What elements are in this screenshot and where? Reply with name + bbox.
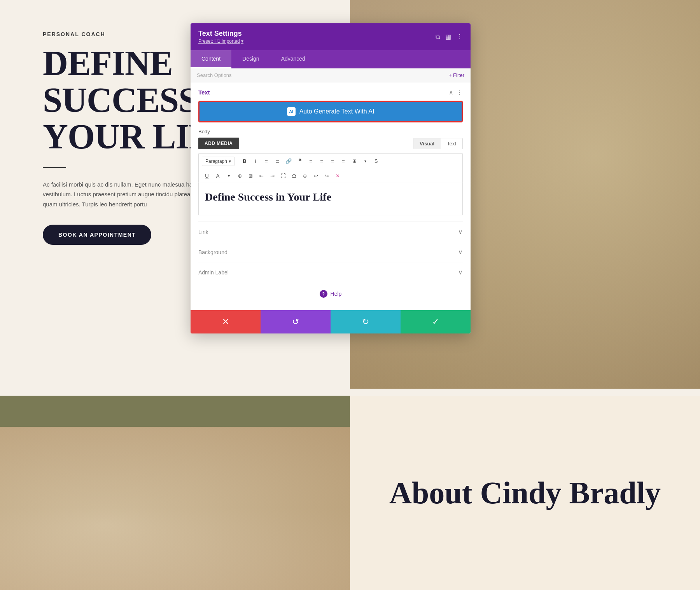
layout-icon[interactable]: ▦ bbox=[445, 33, 451, 40]
search-placeholder[interactable]: Search Options bbox=[197, 72, 232, 78]
redo-button[interactable]: ↪ bbox=[322, 171, 332, 180]
bottom-right-cream: About Cindy Bradly bbox=[350, 396, 700, 590]
text-section-dots[interactable]: ⋮ bbox=[457, 89, 463, 96]
panel-action-bar: ✕ ↺ ↻ ✓ bbox=[191, 310, 471, 333]
confirm-icon: ✓ bbox=[432, 317, 439, 327]
bold-button[interactable]: B bbox=[240, 157, 250, 166]
more-options-icon[interactable]: ⋮ bbox=[457, 33, 463, 40]
panel-header-right: ⧉ ▦ ⋮ bbox=[436, 33, 463, 40]
undo-action-button[interactable]: ↺ bbox=[261, 310, 331, 333]
editor-content[interactable]: Define Success in Your Life bbox=[198, 183, 463, 215]
link-section-title: Link bbox=[198, 229, 208, 235]
text-section-title: Text bbox=[198, 89, 210, 96]
emoji-button[interactable]: ☺ bbox=[300, 171, 310, 180]
ai-icon: AI bbox=[287, 107, 296, 116]
cancel-icon: ✕ bbox=[222, 317, 229, 327]
confirm-button[interactable]: ✓ bbox=[401, 310, 471, 333]
add-media-button[interactable]: ADD MEDIA bbox=[198, 138, 239, 149]
background-chevron: ∨ bbox=[458, 248, 463, 256]
paragraph-chevron: ▾ bbox=[229, 159, 231, 164]
help-icon: ? bbox=[320, 290, 327, 298]
visual-toggle[interactable]: Visual bbox=[413, 138, 441, 149]
text-section-chevron[interactable]: ∧ bbox=[449, 89, 453, 96]
book-appointment-button[interactable]: BOOK AN APPOINTMENT bbox=[43, 225, 151, 245]
panel-header-left: Text Settings Preset: H1 imported ▾ bbox=[198, 30, 243, 44]
panel-body: Text ∧ ⋮ AI Auto Generate Text With AI B… bbox=[191, 82, 471, 310]
underline-button[interactable]: U bbox=[202, 171, 212, 180]
indent-less-button[interactable]: ⇤ bbox=[256, 171, 266, 180]
bottom-left-image bbox=[0, 427, 350, 590]
strikethrough-button[interactable]: S bbox=[371, 157, 381, 166]
justify-button[interactable]: ≡ bbox=[338, 157, 348, 166]
panel-title: Text Settings bbox=[198, 30, 243, 38]
indent-more-button[interactable]: ⇥ bbox=[267, 171, 277, 180]
toolbar-row-2: U A ▾ ⊕ ⊠ ⇤ ⇥ ⛶ Ω ☺ ↩ ↪ ✕ bbox=[199, 169, 462, 183]
ai-generate-label: Auto Generate Text With AI bbox=[299, 108, 374, 115]
text-color-chevron[interactable]: ▾ bbox=[224, 172, 234, 180]
clear-format-button[interactable]: ⊠ bbox=[245, 171, 256, 180]
toolbar-row-1: Paragraph ▾ B I ≡ ≣ 🔗 ❝ ≡ ≡ ≡ ≡ ⊞ ▾ S bbox=[199, 154, 462, 169]
text-settings-panel: Text Settings Preset: H1 imported ▾ ⧉ ▦ … bbox=[191, 23, 471, 333]
table-chevron[interactable]: ▾ bbox=[360, 157, 370, 165]
paragraph-label: Paragraph bbox=[205, 159, 227, 164]
ol-button[interactable]: ≣ bbox=[272, 157, 282, 166]
panel-preset[interactable]: Preset: H1 imported ▾ bbox=[198, 38, 243, 44]
admin-label-section-header[interactable]: Admin Label ∨ bbox=[198, 269, 463, 276]
panel-search-bar: Search Options + Filter bbox=[191, 68, 471, 82]
table-button[interactable]: ⊞ bbox=[349, 157, 359, 166]
background-section-title: Background bbox=[198, 249, 228, 255]
editor-toolbar: Paragraph ▾ B I ≡ ≣ 🔗 ❝ ≡ ≡ ≡ ≡ ⊞ ▾ S U bbox=[198, 153, 463, 183]
redo-action-button[interactable]: ↻ bbox=[331, 310, 401, 333]
text-toggle[interactable]: Text bbox=[441, 138, 462, 149]
text-section-header: Text ∧ ⋮ bbox=[198, 89, 463, 96]
undo-button[interactable]: ↩ bbox=[311, 171, 321, 180]
panel-tabs: Content Design Advanced bbox=[191, 50, 471, 68]
tab-content[interactable]: Content bbox=[191, 50, 231, 68]
tab-advanced[interactable]: Advanced bbox=[270, 50, 316, 68]
help-label: Help bbox=[331, 291, 342, 297]
copy-format-button[interactable]: ⊕ bbox=[234, 171, 245, 180]
olive-bar bbox=[0, 396, 350, 427]
add-media-row: ADD MEDIA Visual Text bbox=[198, 138, 463, 149]
text-color-button[interactable]: A bbox=[213, 171, 223, 180]
body-label: Body bbox=[198, 129, 463, 134]
undo-action-icon: ↺ bbox=[292, 317, 299, 327]
redo-action-icon: ↻ bbox=[362, 317, 369, 327]
cancel-button[interactable]: ✕ bbox=[191, 310, 261, 333]
bottom-section: About Cindy Bradly bbox=[0, 396, 700, 590]
divider-line bbox=[43, 167, 66, 168]
help-row[interactable]: ? Help bbox=[198, 282, 463, 304]
link-chevron: ∨ bbox=[458, 228, 463, 236]
italic-button[interactable]: I bbox=[250, 157, 261, 166]
section-controls: ∧ ⋮ bbox=[449, 89, 463, 96]
align-center-button[interactable]: ≡ bbox=[317, 157, 327, 166]
responsive-icon[interactable]: ⧉ bbox=[436, 33, 440, 40]
link-section-header[interactable]: Link ∨ bbox=[198, 228, 463, 236]
toolbar-separator-1 bbox=[237, 158, 237, 165]
link-button[interactable]: 🔗 bbox=[283, 157, 294, 166]
editor-h1: Define Success in Your Life bbox=[205, 191, 456, 203]
align-left-button[interactable]: ≡ bbox=[306, 157, 316, 166]
filter-button[interactable]: + Filter bbox=[449, 72, 464, 78]
background-section: Background ∨ bbox=[198, 242, 463, 262]
quote-button[interactable]: ❝ bbox=[295, 156, 305, 166]
visual-text-toggle: Visual Text bbox=[413, 138, 463, 149]
link-section: Link ∨ bbox=[198, 222, 463, 242]
admin-label-chevron: ∨ bbox=[458, 269, 463, 276]
ul-button[interactable]: ≡ bbox=[261, 157, 271, 166]
align-right-button[interactable]: ≡ bbox=[327, 157, 338, 166]
about-heading: About Cindy Bradly bbox=[389, 475, 661, 511]
admin-label-section-title: Admin Label bbox=[198, 269, 229, 276]
ai-generate-button[interactable]: AI Auto Generate Text With AI bbox=[198, 101, 463, 122]
admin-label-section: Admin Label ∨ bbox=[198, 262, 463, 282]
background-section-header[interactable]: Background ∨ bbox=[198, 248, 463, 256]
fullscreen-button[interactable]: ⛶ bbox=[278, 171, 288, 180]
panel-header: Text Settings Preset: H1 imported ▾ ⧉ ▦ … bbox=[191, 23, 471, 50]
special-chars-button[interactable]: Ω bbox=[289, 171, 299, 180]
paragraph-select[interactable]: Paragraph ▾ bbox=[202, 157, 234, 166]
remove-button[interactable]: ✕ bbox=[332, 171, 343, 180]
tab-design[interactable]: Design bbox=[231, 50, 270, 68]
